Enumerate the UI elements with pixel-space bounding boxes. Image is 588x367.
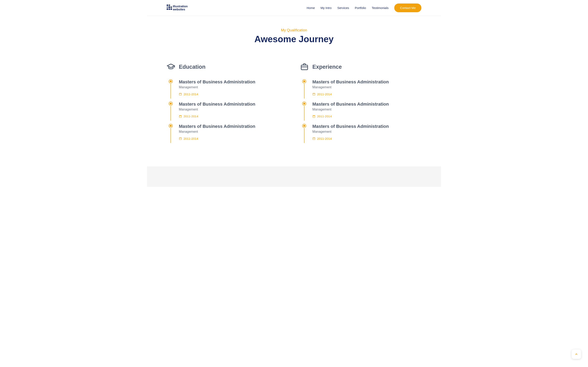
timeline-bullet-icon [302, 101, 306, 106]
item-date-text: 2011-2014 [183, 137, 198, 140]
timeline-stem [171, 106, 171, 121]
item-title: Masters of Business Administration [312, 101, 421, 107]
timeline-stem [304, 84, 304, 99]
nav-my-intro[interactable]: My Intro [320, 6, 332, 9]
primary-nav: Home My Intro Services Portfolio Testimo… [307, 3, 421, 12]
timeline-stem [304, 106, 304, 121]
experience-heading: Experience [312, 64, 342, 70]
item-date: 2011-2014 [312, 115, 421, 118]
item-date-text: 2011-2014 [183, 115, 198, 118]
experience-item: Masters of Business Administration Manag… [300, 79, 421, 96]
qualification-section: My Qualification Awesome Journey Educati… [147, 16, 441, 166]
timeline-stem [171, 84, 171, 99]
svg-rect-3 [169, 6, 170, 8]
svg-rect-11 [301, 65, 308, 70]
education-item: Masters of Business Administration Manag… [167, 124, 288, 140]
timeline-stem [171, 128, 171, 143]
logo-text-line1: Illustration [173, 5, 188, 8]
item-date: 2011-2014 [179, 137, 288, 140]
svg-rect-7 [171, 8, 172, 10]
nav-services[interactable]: Services [337, 6, 349, 9]
item-date: 2011-2014 [312, 92, 421, 96]
svg-rect-8 [179, 93, 182, 95]
item-date-text: 2011-2014 [317, 115, 332, 118]
calendar-icon [312, 137, 315, 140]
svg-rect-1 [169, 4, 170, 6]
timeline-bullet-icon [302, 79, 306, 83]
item-title: Masters of Business Administration [312, 79, 421, 85]
item-date: 2011-2014 [179, 115, 288, 118]
timeline-bullet-icon [169, 101, 173, 106]
experience-header: Experience [300, 63, 421, 71]
logo-mark-icon [167, 4, 172, 10]
section-eyebrow: My Qualification [167, 28, 421, 33]
site-logo[interactable]: Illustration websites [167, 4, 192, 12]
item-date-text: 2011-2014 [317, 92, 332, 96]
logo-text-line2: websites [173, 8, 185, 11]
timeline-bullet-icon [169, 79, 173, 83]
calendar-icon [312, 115, 315, 118]
item-subtitle: Management [179, 130, 288, 133]
calendar-icon [179, 137, 182, 140]
timeline-stem [304, 128, 304, 143]
svg-rect-12 [313, 93, 315, 95]
item-date-text: 2011-2014 [183, 92, 198, 96]
timeline-bullet-icon [302, 124, 306, 128]
experience-item: Masters of Business Administration Manag… [300, 124, 421, 140]
item-subtitle: Management [312, 108, 421, 111]
svg-rect-2 [167, 6, 168, 8]
calendar-icon [179, 92, 182, 96]
item-date-text: 2011-2014 [317, 137, 332, 140]
item-date: 2011-2014 [179, 92, 288, 96]
footer-placeholder [147, 166, 441, 187]
contact-button[interactable]: Contact Me [394, 3, 421, 12]
item-date: 2011-2014 [312, 137, 421, 140]
item-subtitle: Management [312, 85, 421, 89]
timeline-bullet-icon [169, 124, 173, 128]
svg-rect-13 [313, 115, 315, 117]
graduation-cap-icon [167, 63, 175, 71]
calendar-icon [312, 92, 315, 96]
timeline-columns: Education Masters of Business Administra… [167, 63, 421, 146]
experience-item: Masters of Business Administration Manag… [300, 101, 421, 118]
education-column: Education Masters of Business Administra… [167, 63, 288, 146]
svg-rect-10 [179, 138, 182, 140]
item-subtitle: Management [312, 130, 421, 133]
item-subtitle: Management [179, 108, 288, 111]
education-header: Education [167, 63, 288, 71]
experience-column: Experience Masters of Business Administr… [300, 63, 421, 146]
education-heading: Education [179, 64, 206, 70]
section-title: Awesome Journey [167, 34, 421, 44]
item-title: Masters of Business Administration [179, 101, 288, 107]
item-title: Masters of Business Administration [179, 79, 288, 85]
education-item: Masters of Business Administration Manag… [167, 79, 288, 96]
nav-home[interactable]: Home [307, 6, 315, 9]
briefcase-icon [300, 63, 309, 71]
site-header: Illustration websites Home My Intro Serv… [147, 0, 441, 16]
svg-rect-9 [179, 115, 182, 117]
nav-portfolio[interactable]: Portfolio [355, 6, 366, 9]
svg-rect-14 [313, 138, 315, 140]
item-title: Masters of Business Administration [179, 124, 288, 129]
nav-testimonials[interactable]: Testimonials [372, 6, 389, 9]
svg-rect-6 [169, 8, 170, 10]
svg-rect-5 [167, 8, 168, 10]
item-subtitle: Management [179, 85, 288, 89]
svg-rect-0 [167, 4, 168, 6]
calendar-icon [179, 115, 182, 118]
svg-rect-4 [171, 6, 172, 8]
education-item: Masters of Business Administration Manag… [167, 101, 288, 118]
item-title: Masters of Business Administration [312, 124, 421, 129]
